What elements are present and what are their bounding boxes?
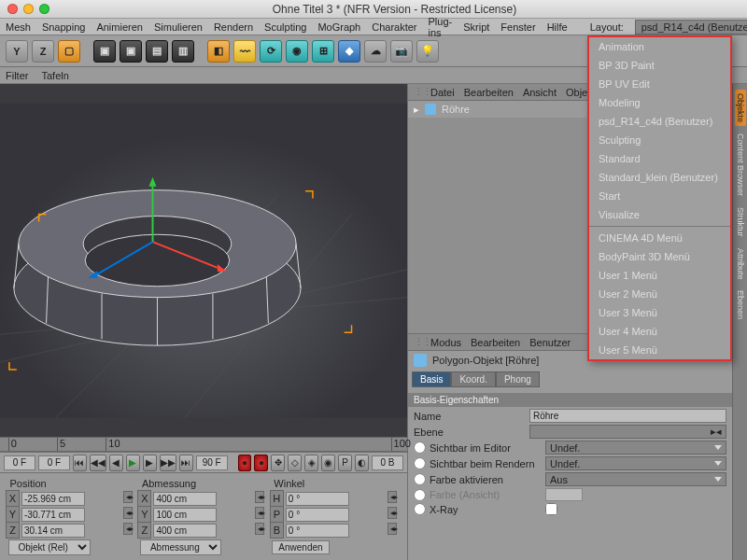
add-cube-icon[interactable]: ◧ xyxy=(207,40,230,63)
menu-render[interactable]: Rendern xyxy=(214,21,253,33)
menu-plugins[interactable]: Plug-ins xyxy=(429,16,453,38)
attr-vis-render-radio[interactable] xyxy=(414,457,426,469)
layout-item[interactable]: Sculpting xyxy=(589,131,730,149)
layout-item[interactable]: User 3 Menü xyxy=(589,303,730,322)
filter-menu[interactable]: Filter xyxy=(6,70,28,81)
layout-item[interactable]: psd_R14_c4d (Benutzer) xyxy=(589,112,730,131)
next-frame-icon[interactable]: ▶ xyxy=(143,455,157,471)
add-camera-icon[interactable]: 📷 xyxy=(390,40,413,63)
autokey-icon[interactable]: ● xyxy=(254,455,268,471)
goto-end-icon[interactable]: ⏭ xyxy=(179,455,193,471)
menu-simulate[interactable]: Simulieren xyxy=(154,21,203,33)
dim-x-field[interactable] xyxy=(153,492,217,506)
frame-current-field[interactable] xyxy=(38,455,70,470)
goto-start-icon[interactable]: ⏮ xyxy=(73,455,87,471)
pos-y-field[interactable] xyxy=(21,508,85,522)
prev-frame-icon[interactable]: ◀ xyxy=(109,455,123,471)
attr-color-act-select[interactable]: Aus xyxy=(545,472,726,486)
step-back-icon[interactable]: ◀◀ xyxy=(90,455,106,471)
tab-basis[interactable]: Basis xyxy=(412,371,451,387)
sidetab-attribute[interactable]: Attribute xyxy=(735,245,746,284)
menu-sculpting[interactable]: Sculpting xyxy=(264,21,306,33)
layout-item[interactable]: BP UV Edit xyxy=(589,75,730,93)
attr-vis-render-select[interactable]: Undef. xyxy=(545,456,726,470)
layout-item[interactable]: Start xyxy=(589,187,730,205)
tab-koord[interactable]: Koord. xyxy=(451,371,495,387)
menu-help[interactable]: Hilfe xyxy=(547,21,568,33)
add-spline-icon[interactable]: 〰 xyxy=(233,40,256,63)
ang-b-field[interactable] xyxy=(286,524,349,538)
ang-p-field[interactable] xyxy=(286,508,349,522)
menu-mesh[interactable]: Mesh xyxy=(6,21,31,33)
attr-menu-mode[interactable]: Modus xyxy=(430,337,461,348)
key-pla-icon[interactable]: ◐ xyxy=(355,455,369,471)
add-generator-icon[interactable]: ⟳ xyxy=(260,40,282,63)
attr-color-view-radio[interactable] xyxy=(414,489,426,501)
sidetab-objekte[interactable]: Objekte xyxy=(735,90,746,126)
close-window-button[interactable] xyxy=(7,4,18,14)
menu-animate[interactable]: Animieren xyxy=(96,21,143,33)
tab-phong[interactable]: Phong xyxy=(496,371,540,387)
attr-menu-edit[interactable]: Bearbeiten xyxy=(471,337,520,348)
render-view-icon[interactable]: ▣ xyxy=(93,40,116,63)
menu-character[interactable]: Charakter xyxy=(372,21,416,33)
key-rot-icon[interactable]: ◉ xyxy=(321,455,335,471)
key-param-icon[interactable]: P xyxy=(338,455,352,471)
3d-viewport[interactable] xyxy=(0,84,407,437)
timeline-ruler[interactable]: 0 5 10 100 xyxy=(0,437,407,452)
coords-apply-button[interactable]: Anwenden xyxy=(272,540,329,554)
play-icon[interactable]: ▶ xyxy=(126,455,140,471)
axis-y-icon[interactable]: Y xyxy=(6,40,28,63)
attr-name-field[interactable] xyxy=(529,409,726,423)
frame-extra-field[interactable] xyxy=(372,455,403,470)
menu-script[interactable]: Skript xyxy=(463,21,489,33)
frame-start-field[interactable] xyxy=(4,455,35,470)
axis-z-icon[interactable]: Z xyxy=(32,40,54,63)
attr-color-swatch[interactable] xyxy=(545,488,583,501)
layout-item[interactable]: Animation xyxy=(589,37,730,56)
layout-item[interactable]: Modeling xyxy=(589,93,730,112)
picture-viewer-icon[interactable]: ▥ xyxy=(172,40,194,63)
objects-menu-edit[interactable]: Bearbeiten xyxy=(464,87,514,98)
layout-item[interactable]: Standard_klein (Benutzer) xyxy=(589,168,730,187)
add-deformer-icon[interactable]: ◆ xyxy=(338,40,360,63)
add-environment-icon[interactable]: ☁ xyxy=(364,40,387,63)
pos-x-field[interactable] xyxy=(21,492,85,506)
coords-mode1-select[interactable]: Objekt (Rel) xyxy=(8,539,91,555)
layout-item[interactable]: BP 3D Paint xyxy=(589,56,730,75)
primitive-cube-icon[interactable]: ▢ xyxy=(58,40,80,63)
layout-item[interactable]: User 5 Menü xyxy=(589,341,730,359)
layout-item[interactable]: User 1 Menü xyxy=(589,266,730,285)
add-light-icon[interactable]: 💡 xyxy=(416,40,439,63)
zoom-window-button[interactable] xyxy=(39,4,49,14)
minimize-window-button[interactable] xyxy=(23,4,34,14)
coords-mode2-select[interactable]: Abmessung xyxy=(140,539,221,555)
attr-vis-editor-radio[interactable] xyxy=(414,441,426,454)
key-pos-icon[interactable]: ◇ xyxy=(288,455,302,471)
objects-menu-view[interactable]: Ansicht xyxy=(523,87,557,98)
add-array-icon[interactable]: ⊞ xyxy=(312,40,334,63)
layout-selector[interactable]: psd_R14_c4d (Benutzer) xyxy=(635,20,747,35)
add-subdivision-icon[interactable]: ◉ xyxy=(286,40,308,63)
attr-layer-select[interactable]: ▸◂ xyxy=(529,425,726,439)
attr-vis-editor-select[interactable]: Undef. xyxy=(545,441,726,455)
sidetab-content-browser[interactable]: Content Browser xyxy=(735,130,746,200)
dim-z-field[interactable] xyxy=(153,524,217,538)
attr-xray-radio[interactable] xyxy=(414,503,426,515)
layout-item[interactable]: User 4 Menü xyxy=(589,322,730,341)
dim-y-field[interactable] xyxy=(153,508,217,522)
layout-item[interactable]: User 2 Menü xyxy=(589,285,730,303)
step-fwd-icon[interactable]: ▶▶ xyxy=(160,455,176,471)
sidetab-struktur[interactable]: Struktur xyxy=(735,203,746,241)
render-settings-icon[interactable]: ▤ xyxy=(146,40,168,63)
key-move-icon[interactable]: ✥ xyxy=(271,455,285,471)
objects-menu-file[interactable]: Datei xyxy=(430,87,455,98)
menu-snapping[interactable]: Snapping xyxy=(42,21,86,33)
menu-window[interactable]: Fenster xyxy=(500,21,535,33)
key-scale-icon[interactable]: ◈ xyxy=(304,455,318,471)
attr-xray-checkbox[interactable] xyxy=(545,503,557,515)
panels-menu[interactable]: Tafeln xyxy=(41,70,68,81)
ang-h-field[interactable] xyxy=(286,492,349,506)
pos-z-field[interactable] xyxy=(21,524,85,538)
layout-item[interactable]: BodyPaint 3D Menü xyxy=(589,247,730,266)
